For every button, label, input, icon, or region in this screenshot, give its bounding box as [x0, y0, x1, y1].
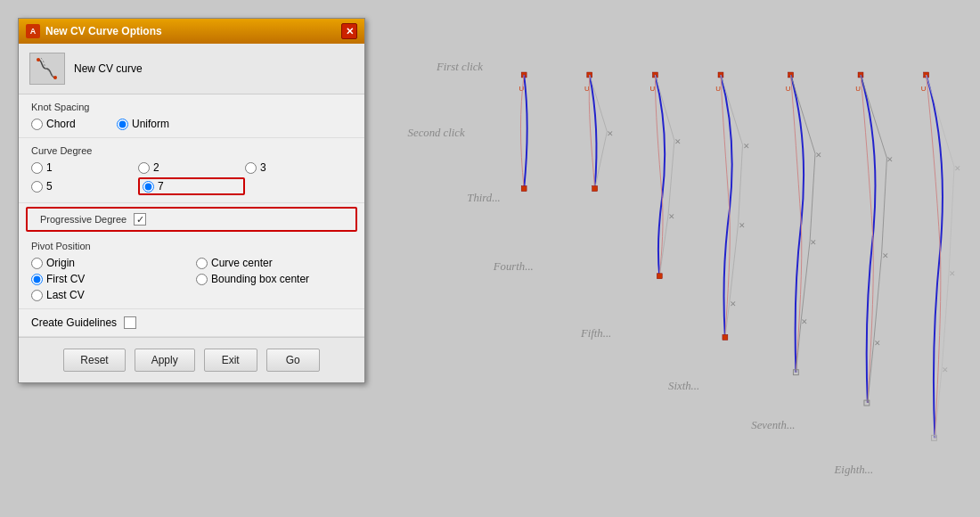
svg-text:U: U: [519, 85, 524, 93]
svg-line-7: [590, 75, 608, 132]
curve-group-1: U: [519, 72, 527, 191]
degree-1-radio[interactable]: [31, 162, 43, 174]
new-cv-curve-dialog: A New CV Curve Options ✕ New CV curve Kn…: [18, 18, 365, 383]
curve-group-6: U ✕ ✕ ✕: [855, 72, 894, 406]
label-fourth: Fourth...: [493, 260, 534, 273]
degree-2-radio[interactable]: [138, 162, 150, 174]
pivot-origin-option[interactable]: Origin: [31, 257, 187, 269]
curve-degree-label: Curve Degree: [31, 145, 352, 156]
knot-spacing-section: Knot Spacing Chord Uniform: [19, 94, 364, 138]
pivot-origin-label: Origin: [46, 257, 75, 269]
svg-line-33: [801, 241, 810, 319]
degree-1-option[interactable]: 1: [31, 161, 138, 174]
degree-5-option[interactable]: 5: [31, 177, 138, 195]
degree-3-option[interactable]: 3: [245, 161, 352, 174]
svg-line-15: [659, 215, 668, 276]
reset-button[interactable]: Reset: [63, 349, 125, 372]
curve-group-2: U ✕: [584, 72, 614, 191]
svg-line-53: [942, 272, 949, 368]
knot-uniform-label: Uniform: [132, 118, 169, 130]
go-button[interactable]: Go: [266, 349, 320, 372]
svg-point-0: [37, 58, 40, 62]
label-second-click: Second click: [408, 127, 465, 139]
svg-text:✕: ✕: [942, 365, 949, 374]
pivot-origin-radio[interactable]: [31, 258, 43, 269]
curve-svg: [34, 56, 61, 81]
svg-text:✕: ✕: [668, 212, 675, 221]
dialog-header: New CV curve: [19, 44, 364, 94]
pivot-last-cv-option[interactable]: Last CV: [31, 289, 187, 301]
degree-2-label: 2: [153, 161, 159, 174]
svg-rect-28: [723, 334, 728, 340]
pivot-curve-center-option[interactable]: Curve center: [196, 257, 352, 269]
knot-chord-radio[interactable]: [31, 119, 43, 130]
svg-text:U: U: [715, 85, 721, 93]
degree-5-radio[interactable]: [31, 181, 43, 193]
svg-text:✕: ✕: [874, 339, 881, 348]
pivot-curve-center-radio[interactable]: [196, 258, 208, 269]
button-row: Reset Apply Exit Go: [19, 337, 364, 382]
label-fifth: Fifth...: [580, 327, 611, 340]
dialog-title: New CV Curve Options: [45, 25, 162, 37]
label-seventh: Seventh...: [751, 419, 795, 431]
pivot-first-cv-label: First CV: [46, 273, 85, 285]
knot-uniform-radio[interactable]: [117, 119, 128, 130]
svg-text:✕: ✕: [743, 142, 750, 151]
pivot-position-label: Pivot Position: [31, 241, 352, 251]
knot-spacing-label: Knot Spacing: [31, 102, 352, 112]
degree-7-option[interactable]: 7: [138, 177, 245, 195]
create-guidelines-label: Create Guidelines: [31, 316, 117, 329]
svg-text:✕: ✕: [730, 300, 737, 308]
create-guidelines-checkbox[interactable]: [124, 316, 136, 329]
svg-text:✕: ✕: [882, 251, 889, 260]
curve-group-7: U ✕ ✕ ✕: [921, 72, 961, 440]
knot-uniform-option[interactable]: Uniform: [117, 118, 197, 130]
pivot-bounding-box-label: Bounding box center: [211, 273, 309, 285]
svg-text:U: U: [855, 85, 861, 93]
label-first-click: First click: [436, 61, 483, 73]
svg-text:✕: ✕: [801, 317, 808, 326]
curve-diagram: First click Second click Third... Fourth…: [383, 27, 962, 499]
label-eighth: Eighth...: [834, 464, 874, 476]
svg-rect-10: [592, 186, 598, 192]
svg-text:✕: ✕: [886, 155, 894, 164]
svg-text:✕: ✕: [607, 129, 614, 138]
exit-button[interactable]: Exit: [204, 349, 257, 372]
progressive-degree-section: Progressive Degree: [26, 207, 357, 232]
degree-grid: 1 2 3 5 7: [31, 161, 352, 195]
knot-chord-option[interactable]: Chord: [31, 118, 111, 130]
matlab-icon: A: [26, 24, 40, 38]
svg-text:✕: ✕: [810, 238, 817, 247]
pivot-first-cv-option[interactable]: First CV: [31, 273, 187, 285]
dialog-titlebar: A New CV Curve Options ✕: [19, 19, 364, 44]
svg-line-42: [882, 158, 887, 254]
svg-text:U: U: [921, 85, 927, 93]
degree-3-radio[interactable]: [245, 162, 257, 174]
svg-text:U: U: [650, 85, 656, 93]
degree-2-option[interactable]: 2: [138, 161, 245, 174]
knot-chord-label: Chord: [46, 118, 76, 130]
svg-rect-18: [657, 274, 662, 279]
svg-line-43: [874, 254, 882, 341]
svg-line-23: [730, 224, 739, 302]
curve-group-3: U ✕ ✕: [650, 72, 682, 279]
svg-text:✕: ✕: [815, 151, 822, 160]
curve-group-4: U ✕ ✕ ✕: [715, 72, 749, 340]
apply-button[interactable]: Apply: [135, 349, 195, 372]
svg-text:U: U: [786, 85, 791, 93]
svg-text:✕: ✕: [949, 269, 956, 278]
pivot-first-cv-radio[interactable]: [31, 274, 43, 285]
pivot-last-cv-radio[interactable]: [31, 290, 43, 301]
svg-text:✕: ✕: [954, 164, 961, 173]
pivot-bounding-box-radio[interactable]: [196, 274, 208, 285]
knot-spacing-options: Chord Uniform: [31, 118, 352, 130]
degree-7-radio[interactable]: [143, 181, 154, 193]
progressive-degree-checkbox[interactable]: [134, 213, 146, 226]
degree-1-label: 1: [46, 161, 53, 174]
progressive-degree-label: Progressive Degree: [40, 214, 127, 225]
label-sixth: Sixth...: [668, 380, 699, 392]
degree-5-label: 5: [46, 180, 53, 193]
close-button[interactable]: ✕: [341, 23, 357, 39]
pivot-bounding-box-option[interactable]: Bounding box center: [196, 273, 352, 285]
svg-line-54: [935, 368, 942, 439]
